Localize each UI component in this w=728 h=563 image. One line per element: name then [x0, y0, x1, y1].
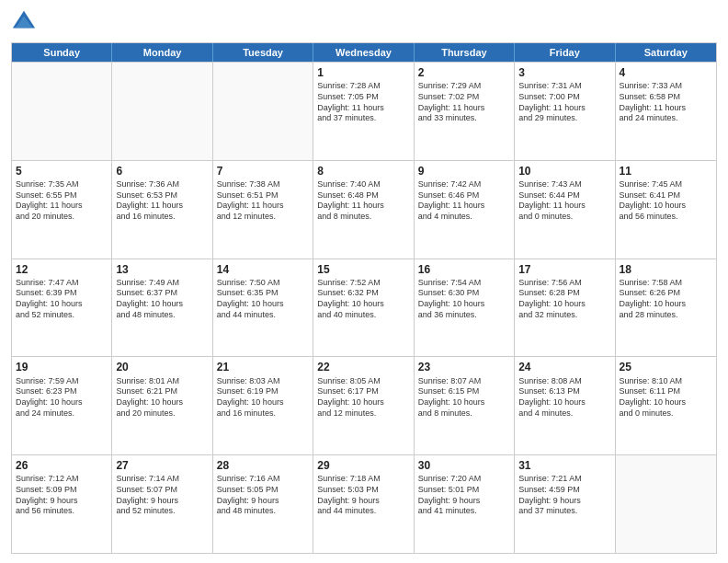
day-info: Sunrise: 8:10 AMSunset: 6:11 PMDaylight:… — [620, 376, 712, 419]
day-cell-15: 15Sunrise: 7:52 AMSunset: 6:32 PMDayligh… — [313, 259, 414, 357]
day-info: Sunrise: 7:36 AMSunset: 6:53 PMDaylight:… — [116, 179, 208, 223]
day-number: 5 — [16, 164, 108, 178]
day-info: Sunrise: 7:21 AMSunset: 4:59 PMDaylight:… — [518, 474, 610, 517]
day-number: 1 — [317, 65, 409, 80]
day-cell-14: 14Sunrise: 7:50 AMSunset: 6:35 PMDayligh… — [213, 259, 313, 357]
header-day-thursday: Thursday — [415, 43, 515, 62]
day-number: 15 — [317, 262, 409, 277]
day-info: Sunrise: 7:45 AMSunset: 6:41 PMDaylight:… — [620, 179, 712, 223]
day-cell-18: 18Sunrise: 7:58 AMSunset: 6:26 PMDayligh… — [616, 259, 716, 357]
day-info: Sunrise: 7:31 AMSunset: 7:00 PMDaylight:… — [518, 81, 610, 124]
day-number: 9 — [418, 164, 510, 178]
day-number: 24 — [518, 360, 610, 374]
day-cell-28: 28Sunrise: 7:16 AMSunset: 5:05 PMDayligh… — [213, 455, 313, 553]
day-cell-24: 24Sunrise: 8:08 AMSunset: 6:13 PMDayligh… — [515, 357, 615, 454]
day-number: 11 — [620, 164, 712, 178]
day-number: 21 — [217, 360, 309, 374]
week-row-3: 12Sunrise: 7:47 AMSunset: 6:39 PMDayligh… — [12, 259, 716, 357]
day-info: Sunrise: 7:35 AMSunset: 6:55 PMDaylight:… — [16, 179, 108, 223]
day-number: 30 — [418, 458, 510, 473]
header-day-wednesday: Wednesday — [313, 43, 414, 62]
day-cell-2: 2Sunrise: 7:29 AMSunset: 7:02 PMDaylight… — [415, 63, 515, 160]
day-cell-empty-2 — [213, 63, 313, 160]
week-row-4: 19Sunrise: 7:59 AMSunset: 6:23 PMDayligh… — [12, 356, 716, 454]
day-info: Sunrise: 7:54 AMSunset: 6:30 PMDaylight:… — [418, 278, 510, 321]
day-info: Sunrise: 7:38 AMSunset: 6:51 PMDaylight:… — [217, 179, 309, 223]
day-info: Sunrise: 7:49 AMSunset: 6:37 PMDaylight:… — [116, 278, 208, 321]
day-number: 25 — [620, 360, 712, 374]
day-cell-16: 16Sunrise: 7:54 AMSunset: 6:30 PMDayligh… — [415, 259, 515, 357]
day-info: Sunrise: 8:01 AMSunset: 6:21 PMDaylight:… — [116, 376, 208, 419]
day-cell-10: 10Sunrise: 7:43 AMSunset: 6:44 PMDayligh… — [515, 161, 615, 259]
day-info: Sunrise: 7:18 AMSunset: 5:03 PMDaylight:… — [317, 474, 409, 517]
day-cell-13: 13Sunrise: 7:49 AMSunset: 6:37 PMDayligh… — [112, 259, 212, 357]
day-cell-21: 21Sunrise: 8:03 AMSunset: 6:19 PMDayligh… — [213, 357, 313, 454]
day-cell-6: 6Sunrise: 7:36 AMSunset: 6:53 PMDaylight… — [112, 161, 212, 259]
week-row-1: 1Sunrise: 7:28 AMSunset: 7:05 PMDaylight… — [12, 62, 716, 160]
day-info: Sunrise: 7:52 AMSunset: 6:32 PMDaylight:… — [317, 278, 409, 321]
day-cell-25: 25Sunrise: 8:10 AMSunset: 6:11 PMDayligh… — [616, 357, 716, 454]
week-row-5: 26Sunrise: 7:12 AMSunset: 5:09 PMDayligh… — [12, 454, 716, 553]
day-number: 17 — [518, 262, 610, 277]
day-cell-29: 29Sunrise: 7:18 AMSunset: 5:03 PMDayligh… — [313, 455, 414, 553]
day-number: 22 — [317, 360, 409, 374]
day-cell-20: 20Sunrise: 8:01 AMSunset: 6:21 PMDayligh… — [112, 357, 212, 454]
day-number: 8 — [317, 164, 409, 178]
day-info: Sunrise: 7:43 AMSunset: 6:44 PMDaylight:… — [518, 179, 610, 223]
day-number: 10 — [518, 164, 610, 178]
day-cell-empty-0 — [12, 63, 112, 160]
day-number: 18 — [620, 262, 712, 277]
day-number: 2 — [418, 65, 510, 80]
day-cell-22: 22Sunrise: 8:05 AMSunset: 6:17 PMDayligh… — [313, 357, 414, 454]
day-cell-12: 12Sunrise: 7:47 AMSunset: 6:39 PMDayligh… — [12, 259, 112, 357]
day-cell-empty-6 — [616, 455, 716, 553]
calendar-header: SundayMondayTuesdayWednesdayThursdayFrid… — [12, 43, 716, 62]
day-number: 20 — [116, 360, 208, 374]
day-info: Sunrise: 7:12 AMSunset: 5:09 PMDaylight:… — [16, 474, 108, 517]
header-day-friday: Friday — [515, 43, 615, 62]
page: SundayMondayTuesdayWednesdayThursdayFrid… — [0, 0, 728, 563]
day-number: 7 — [217, 164, 309, 178]
day-info: Sunrise: 7:50 AMSunset: 6:35 PMDaylight:… — [217, 278, 309, 321]
day-number: 26 — [16, 458, 108, 473]
day-info: Sunrise: 8:05 AMSunset: 6:17 PMDaylight:… — [317, 376, 409, 419]
header-day-tuesday: Tuesday — [213, 43, 313, 62]
day-cell-19: 19Sunrise: 7:59 AMSunset: 6:23 PMDayligh… — [12, 357, 112, 454]
day-info: Sunrise: 7:29 AMSunset: 7:02 PMDaylight:… — [418, 81, 510, 124]
day-info: Sunrise: 7:59 AMSunset: 6:23 PMDaylight:… — [16, 376, 108, 419]
day-info: Sunrise: 7:47 AMSunset: 6:39 PMDaylight:… — [16, 278, 108, 321]
day-info: Sunrise: 7:42 AMSunset: 6:46 PMDaylight:… — [418, 179, 510, 223]
day-cell-23: 23Sunrise: 8:07 AMSunset: 6:15 PMDayligh… — [415, 357, 515, 454]
header — [11, 9, 717, 35]
day-number: 6 — [116, 164, 208, 178]
day-info: Sunrise: 7:28 AMSunset: 7:05 PMDaylight:… — [317, 81, 409, 124]
day-info: Sunrise: 7:20 AMSunset: 5:01 PMDaylight:… — [418, 474, 510, 517]
day-info: Sunrise: 8:08 AMSunset: 6:13 PMDaylight:… — [518, 376, 610, 419]
day-cell-31: 31Sunrise: 7:21 AMSunset: 4:59 PMDayligh… — [515, 455, 615, 553]
day-number: 12 — [16, 262, 108, 277]
day-number: 14 — [217, 262, 309, 277]
header-day-sunday: Sunday — [12, 43, 112, 62]
day-cell-11: 11Sunrise: 7:45 AMSunset: 6:41 PMDayligh… — [616, 161, 716, 259]
day-cell-8: 8Sunrise: 7:40 AMSunset: 6:48 PMDaylight… — [313, 161, 414, 259]
day-cell-1: 1Sunrise: 7:28 AMSunset: 7:05 PMDaylight… — [313, 63, 414, 160]
header-day-saturday: Saturday — [616, 43, 716, 62]
day-cell-3: 3Sunrise: 7:31 AMSunset: 7:00 PMDaylight… — [515, 63, 615, 160]
day-info: Sunrise: 7:58 AMSunset: 6:26 PMDaylight:… — [620, 278, 712, 321]
week-row-2: 5Sunrise: 7:35 AMSunset: 6:55 PMDaylight… — [12, 160, 716, 259]
day-number: 23 — [418, 360, 510, 374]
logo-icon — [11, 9, 37, 35]
day-info: Sunrise: 7:16 AMSunset: 5:05 PMDaylight:… — [217, 474, 309, 517]
day-number: 19 — [16, 360, 108, 374]
day-info: Sunrise: 8:07 AMSunset: 6:15 PMDaylight:… — [418, 376, 510, 419]
day-number: 4 — [620, 65, 712, 80]
calendar-body: 1Sunrise: 7:28 AMSunset: 7:05 PMDaylight… — [12, 62, 716, 553]
day-number: 29 — [317, 458, 409, 473]
day-cell-empty-1 — [112, 63, 212, 160]
day-number: 31 — [518, 458, 610, 473]
header-day-monday: Monday — [112, 43, 212, 62]
day-number: 13 — [116, 262, 208, 277]
day-cell-4: 4Sunrise: 7:33 AMSunset: 6:58 PMDaylight… — [616, 63, 716, 160]
calendar: SundayMondayTuesdayWednesdayThursdayFrid… — [11, 42, 717, 554]
day-number: 28 — [217, 458, 309, 473]
